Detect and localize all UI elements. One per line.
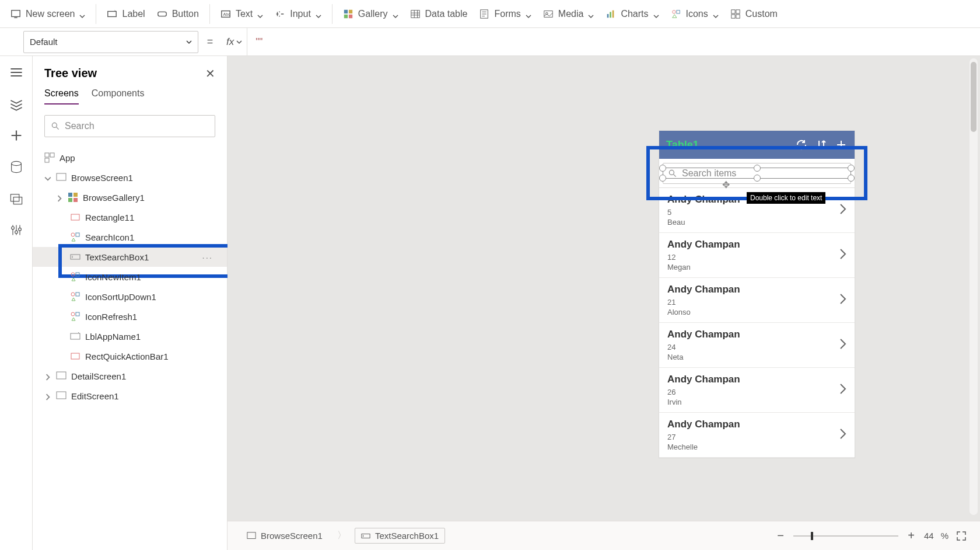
advanced-tools-button[interactable] xyxy=(9,223,23,237)
custom-icon xyxy=(730,9,741,19)
gallery-item[interactable]: Andy Champan 26 Irvin xyxy=(659,368,855,413)
svg-rect-21 xyxy=(736,14,740,18)
svg-rect-30 xyxy=(50,153,54,157)
chevron-down-icon xyxy=(316,11,321,17)
tree-view-button[interactable] xyxy=(9,97,23,111)
zoom-in-button[interactable]: + xyxy=(905,530,917,542)
formula-input[interactable]: "" xyxy=(247,28,980,55)
gallery-item[interactable]: Andy Champan 27 Mechelle xyxy=(659,413,855,458)
plus-icon[interactable] xyxy=(835,138,848,151)
forms-icon xyxy=(479,9,489,19)
canvas-scrollbar[interactable] xyxy=(970,58,978,515)
svg-point-38 xyxy=(71,233,75,236)
breadcrumb-screen[interactable]: BrowseScreen1 xyxy=(240,528,329,544)
item-title: Andy Champan xyxy=(667,419,846,430)
svg-point-25 xyxy=(11,227,14,229)
new-screen-button[interactable]: New screen xyxy=(5,4,91,25)
button-button[interactable]: Button xyxy=(151,4,205,25)
tree-item-lblappname[interactable]: LblAppName1 xyxy=(33,326,227,346)
gallery-item[interactable]: Andy Champan 21 Alonso xyxy=(659,278,855,323)
svg-rect-52 xyxy=(247,532,256,538)
tree-item-iconsort[interactable]: IconSortUpDown1 xyxy=(33,287,227,307)
icons-icon xyxy=(70,232,80,242)
tree-item-browsescreen[interactable]: BrowseScreen1 xyxy=(33,168,227,187)
zoom-out-button[interactable]: − xyxy=(775,530,786,542)
divider xyxy=(209,4,210,24)
svg-rect-31 xyxy=(45,158,49,162)
fx-button[interactable]: fx xyxy=(222,28,247,55)
tab-components[interactable]: Components xyxy=(92,88,145,105)
chevron-down-icon xyxy=(526,11,531,17)
tree-item-rectquick[interactable]: RectQuickActionBar1 xyxy=(33,346,227,366)
charts-dropdown[interactable]: Charts xyxy=(600,4,664,25)
svg-point-28 xyxy=(52,123,57,127)
tree-item-searchicon[interactable]: SearchIcon1 xyxy=(33,227,227,247)
chevron-down-icon xyxy=(44,174,51,181)
search-icon xyxy=(51,121,60,131)
item-subtitle: Alonso xyxy=(667,308,846,316)
tree-item-app[interactable]: App xyxy=(33,148,227,168)
gallery-dropdown[interactable]: Gallery xyxy=(337,4,404,25)
tree-item-editscreen[interactable]: EditScreen1 xyxy=(33,386,227,406)
svg-rect-47 xyxy=(71,333,80,339)
refresh-icon[interactable] xyxy=(795,138,808,151)
label-icon xyxy=(107,9,117,19)
item-subtitle: Megan xyxy=(667,263,846,271)
chevron-down-icon xyxy=(588,11,594,17)
item-subtitle: Neta xyxy=(667,353,846,361)
sort-icon[interactable] xyxy=(815,138,828,151)
datatable-button[interactable]: Data table xyxy=(404,4,474,25)
breadcrumb-control[interactable]: TextSearchBox1 xyxy=(355,528,445,544)
slider-thumb[interactable] xyxy=(811,532,813,540)
svg-rect-17 xyxy=(676,10,679,13)
chevron-down-icon xyxy=(713,11,719,17)
chevron-down-icon xyxy=(186,37,192,47)
gallery-item[interactable]: Andy Champan 24 Neta xyxy=(659,323,855,368)
svg-rect-8 xyxy=(349,14,352,18)
svg-rect-0 xyxy=(12,10,20,16)
tree-item-iconnewitem[interactable]: IconNewItem1 xyxy=(33,267,227,287)
tab-screens[interactable]: Screens xyxy=(44,88,79,105)
more-options-button[interactable]: ··· xyxy=(202,252,213,262)
chevron-down-icon xyxy=(79,11,85,17)
svg-rect-7 xyxy=(344,14,348,18)
chevron-right-icon xyxy=(44,392,51,399)
tree-item-detailscreen[interactable]: DetailScreen1 xyxy=(33,366,227,386)
tree-item-iconrefresh[interactable]: IconRefresh1 xyxy=(33,307,227,326)
data-button[interactable] xyxy=(9,160,23,174)
tree-item-textsearchbox[interactable]: TextSearchBox1 ··· xyxy=(33,247,227,267)
ribbon-toolbar: New screen Label Button Abc Text Input G… xyxy=(0,0,980,28)
chevron-right-icon xyxy=(839,203,846,217)
svg-rect-44 xyxy=(76,293,79,296)
textinput-icon xyxy=(361,531,370,541)
svg-point-16 xyxy=(672,10,675,13)
media-panel-button[interactable] xyxy=(9,192,23,206)
text-dropdown[interactable]: Abc Text xyxy=(215,4,269,25)
footer-bar: BrowseScreen1 〉 TextSearchBox1 − + 44 % xyxy=(228,521,980,550)
chevron-right-icon xyxy=(56,194,63,201)
property-selector[interactable]: Default xyxy=(23,31,198,53)
label-button[interactable]: Label xyxy=(101,4,150,25)
canvas-area[interactable]: Table1 ✥ Double click to edit text Searc xyxy=(228,56,980,550)
input-dropdown[interactable]: Input xyxy=(269,4,327,25)
icons-dropdown[interactable]: Icons xyxy=(665,4,724,25)
chevron-down-icon xyxy=(653,11,659,17)
screen-icon xyxy=(56,371,66,381)
tree-item-rectangle[interactable]: Rectangle11 xyxy=(33,207,227,227)
fit-to-window-button[interactable] xyxy=(956,530,967,542)
divider xyxy=(96,4,96,24)
tree-search-input[interactable]: Search xyxy=(44,115,215,137)
tree-item-browsegallery[interactable]: BrowseGallery1 xyxy=(33,187,227,207)
close-panel-button[interactable]: ✕ xyxy=(205,67,215,81)
search-items-input[interactable]: Search items xyxy=(663,163,851,184)
gallery-item[interactable]: Andy Champan 12 Megan xyxy=(659,233,855,278)
hamburger-button[interactable] xyxy=(9,65,23,79)
forms-dropdown[interactable]: Forms xyxy=(473,4,537,25)
add-button[interactable] xyxy=(9,128,23,142)
custom-dropdown[interactable]: Custom xyxy=(724,4,783,25)
zoom-slider[interactable] xyxy=(793,535,898,537)
app-icon xyxy=(44,152,55,163)
screen-icon xyxy=(56,391,66,401)
scrollbar-thumb[interactable] xyxy=(971,62,977,132)
media-dropdown[interactable]: Media xyxy=(537,4,600,25)
